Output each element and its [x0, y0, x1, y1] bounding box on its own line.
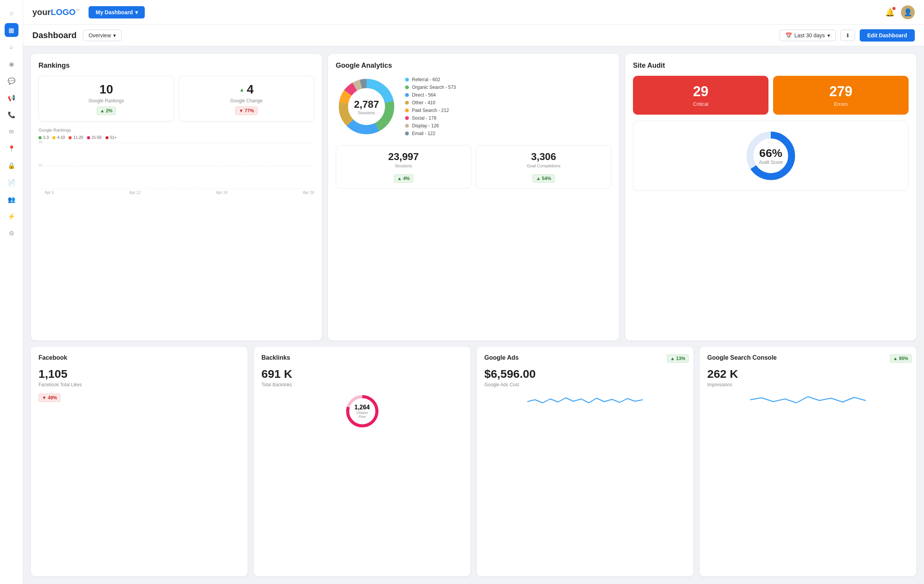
bar-group: [163, 143, 179, 189]
site-audit-card: Site Audit 29 Critical 279 Errors: [625, 54, 916, 340]
date-label: Last 30 days: [794, 32, 825, 38]
google-change-box: ▲ 4 Google Change ▼ 77%: [179, 76, 314, 122]
calendar-icon: 📅: [785, 32, 792, 38]
citation-label: Citation Flow: [353, 411, 372, 419]
backlinks-value: 691 K: [261, 367, 463, 380]
bar-group: [129, 143, 145, 189]
legend-paid: Paid Search - 212: [405, 108, 456, 113]
legend-11-20: 11-20: [69, 135, 83, 140]
facebook-value: 1,105: [38, 367, 240, 380]
gsc-wave-svg: [707, 392, 909, 407]
google-ads-value: $6,596.00: [484, 367, 686, 380]
google-ads-label: Google Ads Cost: [484, 382, 686, 387]
donut-center: 2,787 Sessions: [354, 98, 379, 115]
bar-group: [146, 143, 162, 189]
sidebar-icon-people[interactable]: 👥: [5, 192, 18, 206]
bar-group: [79, 143, 94, 189]
google-ads-title: Google Ads: [484, 354, 686, 361]
analytics-legend: Referral - 602 Organic Search - 573 Dire…: [405, 77, 456, 136]
google-rankings-box: 10 Google Rankings ▲ 2%: [38, 76, 174, 122]
page-title: Dashboard: [32, 30, 77, 40]
nav-right: 🔔 👤: [885, 5, 915, 19]
avatar[interactable]: 👤: [901, 5, 915, 19]
legend-1-3: 1-3: [38, 135, 49, 140]
sidebar-icon-location[interactable]: 📍: [5, 142, 18, 155]
sidebar-icon-megaphone[interactable]: 📢: [5, 91, 18, 105]
top-nav: yourLOGO™ My Dashboard ▾ 🔔 👤: [23, 0, 924, 25]
analytics-title: Google Analytics: [336, 62, 611, 70]
chart-legend: 1-3 4-10 11-20 21-50 51+: [38, 135, 314, 140]
legend-referral: Referral - 602: [405, 77, 456, 82]
legend-4-10: 4-10: [52, 135, 65, 140]
legend-21-50: 21-50: [87, 135, 102, 140]
chevron-down-icon: ▾: [113, 32, 116, 38]
google-rankings-label: Google Rankings: [45, 98, 167, 103]
bar-group: [45, 143, 60, 189]
sidebar-icon-document[interactable]: 📄: [5, 175, 18, 189]
audit-errors-box: 279 Errors: [773, 76, 909, 115]
facebook-label: Facebook Total Likes: [38, 382, 240, 387]
gsc-wave: [707, 392, 909, 409]
bar-group: [281, 143, 297, 189]
bottom-row: Facebook 1,105 Facebook Total Likes ▼ 49…: [31, 347, 916, 576]
gsc-label: Impressions: [707, 382, 909, 387]
sidebar-icon-home[interactable]: ⌂: [5, 6, 18, 20]
sessions-box: 23,997 Sessions ▲ 4%: [336, 145, 471, 189]
sidebar-icon-lock[interactable]: 🔒: [5, 159, 18, 172]
bar-group: [197, 143, 213, 189]
google-ads-card: Google Ads ▲ 13% $6,596.00 Google Ads Co…: [477, 347, 693, 576]
my-dashboard-label: My Dashboard: [95, 9, 132, 15]
backlinks-label: Total Backlinks: [261, 382, 463, 387]
bar-group: [95, 143, 111, 189]
wave-svg: [484, 392, 686, 407]
x-label-apr5: Apr 5: [45, 190, 54, 195]
legend-display: Display - 126: [405, 123, 456, 128]
x-label-apr19: Apr 19: [216, 190, 227, 195]
sidebar-icon-mail[interactable]: ✉: [5, 125, 18, 138]
legend-direct: Direct - 564: [405, 92, 456, 98]
audit-critical-label: Critical: [641, 101, 761, 107]
goals-badge: ▲ 54%: [532, 174, 554, 183]
chart-x-labels: Apr 5 Apr 12 Apr 19 Apr 26: [38, 190, 314, 195]
sidebar-icon-dashboard[interactable]: ▦: [5, 23, 18, 37]
sidebar-icon-chat[interactable]: 💬: [5, 74, 18, 88]
x-label-apr12: Apr 12: [129, 190, 141, 195]
overview-button[interactable]: Overview ▾: [83, 30, 122, 41]
sidebar-icon-phone[interactable]: 📞: [5, 108, 18, 122]
goals-box: 3,306 Goal Completions ▲ 54%: [476, 145, 611, 189]
audit-title: Site Audit: [633, 62, 909, 70]
bar-group: [62, 143, 77, 189]
bar-group: [298, 143, 314, 189]
download-button[interactable]: ⬇: [840, 30, 855, 41]
audit-critical-value: 29: [641, 83, 761, 100]
dashboard-content: Rankings 10 Google Rankings ▲ 2% ▲ 4 Goo…: [23, 46, 924, 584]
date-range-button[interactable]: 📅 Last 30 days ▾: [780, 30, 835, 41]
audit-critical-box: 29 Critical: [633, 76, 768, 115]
sidebar-icon-search[interactable]: ⌕: [5, 40, 18, 54]
google-change-badge: ▼ 77%: [235, 107, 257, 115]
citation-flow-donut: 1,264 Citation Flow: [261, 392, 463, 430]
main-area: yourLOGO™ My Dashboard ▾ 🔔 👤 Dashboard O…: [23, 0, 924, 584]
sessions-value: 23,997: [341, 151, 465, 163]
sidebar-icon-chart[interactable]: ◉: [5, 57, 18, 71]
sidebar-icon-settings[interactable]: ⚙: [5, 226, 18, 240]
chart-label: Google Rankings: [38, 128, 314, 132]
notification-icon[interactable]: 🔔: [885, 8, 895, 17]
chart-y-axis: 20 10: [38, 143, 314, 189]
rankings-metrics: 10 Google Rankings ▲ 2% ▲ 4 Google Chang…: [38, 76, 314, 122]
gsc-badge: ▲ 95%: [890, 354, 912, 363]
edit-dashboard-button[interactable]: Edit Dashboard: [860, 29, 915, 42]
citation-center: 1,264 Citation Flow: [353, 404, 372, 419]
gsc-value: 262 K: [707, 367, 909, 380]
logo: yourLOGO™: [32, 7, 79, 17]
legend-other: Other - 410: [405, 100, 456, 105]
legend-organic: Organic Search - 573: [405, 85, 456, 90]
backlinks-title: Backlinks: [261, 354, 463, 361]
sidebar-icon-plugin[interactable]: ⚡: [5, 209, 18, 223]
bar-group: [214, 143, 229, 189]
overview-label: Overview: [89, 32, 111, 38]
sessions-label: Sessions: [341, 164, 465, 168]
analytics-bottom-metrics: 23,997 Sessions ▲ 4% 3,306 Goal Completi…: [336, 145, 611, 189]
my-dashboard-button[interactable]: My Dashboard ▾: [89, 6, 144, 18]
rankings-title: Rankings: [38, 62, 314, 70]
